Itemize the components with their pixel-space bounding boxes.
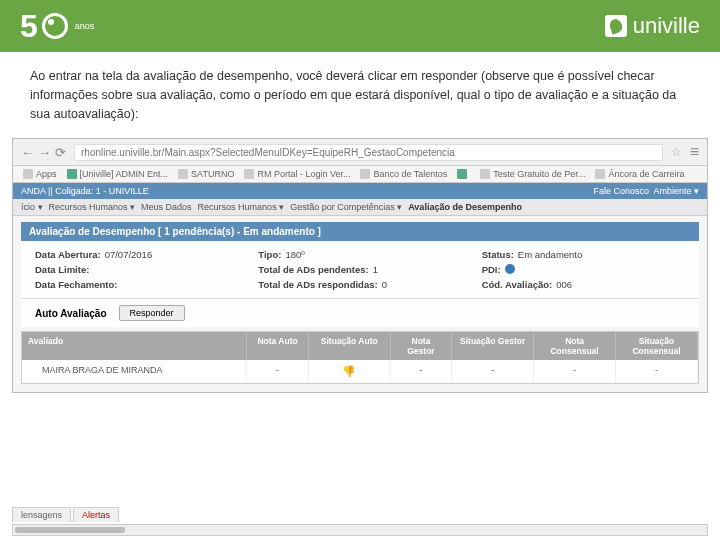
thumbs-down-icon: 👎 xyxy=(342,365,356,377)
back-icon[interactable]: ← xyxy=(21,145,34,160)
app-top-bar: ANDA || Coligada: 1 - UNIVILLE Fale Cono… xyxy=(13,183,707,199)
table-header: Avaliado Nota Auto Situação Auto Nota Ge… xyxy=(22,332,698,360)
info-grid: Data Abertura:07/07/2016 Tipo:180º Statu… xyxy=(21,241,699,298)
browser-screenshot: ← → ⟳ rhonline.univille.br/Main.aspx?Sel… xyxy=(12,138,708,393)
logo-50-anos: 5 anos xyxy=(20,8,94,45)
breadcrumb-item[interactable]: Recursos Humanos ▾ xyxy=(49,202,136,212)
forward-icon[interactable]: → xyxy=(38,145,51,160)
breadcrumb-active: Avaliação de Desempenho xyxy=(408,202,522,212)
section-title: Avaliação de Desempenho [ 1 pendência(s)… xyxy=(21,222,699,241)
tab-alertas[interactable]: Alertas xyxy=(73,507,119,522)
breadcrumb-item[interactable]: Meus Dados xyxy=(141,202,192,212)
menu-icon[interactable]: ≡ xyxy=(690,143,699,161)
evaluated-name: MAIRA BRAGA DE MIRANDA xyxy=(22,360,247,383)
univille-logo: univille xyxy=(605,13,700,39)
bookmark-item[interactable]: Teste Gratuito de Per... xyxy=(480,169,585,179)
horizontal-scrollbar[interactable]: ◂ xyxy=(12,524,708,536)
footer-tabs: lensagens Alertas xyxy=(12,507,119,522)
auto-avaliacao-row: Auto Avaliação Responder xyxy=(21,298,699,327)
bookmark-item[interactable] xyxy=(457,169,470,179)
breadcrumb-item[interactable]: Gestão por Competências ▾ xyxy=(290,202,402,212)
page-header: 5 anos univille xyxy=(0,0,720,52)
responder-button[interactable]: Responder xyxy=(119,305,185,321)
bookmark-item[interactable]: [Univille] ADMIN Ent... xyxy=(67,169,169,179)
breadcrumb-item[interactable]: ício ▾ xyxy=(21,202,43,212)
instruction-text: Ao entrar na tela da avaliação de desemp… xyxy=(0,52,720,133)
breadcrumb-item[interactable]: Recursos Humanos ▾ xyxy=(198,202,285,212)
bookmark-item[interactable]: Âncora de Carreira xyxy=(595,169,684,179)
url-bar[interactable]: rhonline.univille.br/Main.aspx?SelectedM… xyxy=(74,144,663,161)
bookmark-star-icon[interactable]: ☆ xyxy=(671,145,682,159)
bookmark-item[interactable]: Banco de Talentos xyxy=(360,169,447,179)
reload-icon[interactable]: ⟳ xyxy=(55,145,66,160)
bookmarks-bar: Apps [Univille] ADMIN Ent... SATURNO RM … xyxy=(13,166,707,183)
leaf-icon xyxy=(605,15,627,37)
breadcrumb: ício ▾ Recursos Humanos ▾ Meus Dados Rec… xyxy=(13,199,707,216)
table-row[interactable]: MAIRA BRAGA DE MIRANDA - 👎 - - - - xyxy=(22,360,698,383)
browser-toolbar: ← → ⟳ rhonline.univille.br/Main.aspx?Sel… xyxy=(13,139,707,166)
evaluation-table: Avaliado Nota Auto Situação Auto Nota Ge… xyxy=(21,331,699,384)
tab-mensagens[interactable]: lensagens xyxy=(12,507,71,522)
bookmark-item[interactable]: Apps xyxy=(23,169,57,179)
bookmark-item[interactable]: SATURNO xyxy=(178,169,234,179)
bookmark-item[interactable]: RM Portal - Login Ver... xyxy=(244,169,350,179)
pdi-icon[interactable] xyxy=(505,264,515,274)
auto-avaliacao-label: Auto Avaliação xyxy=(35,308,107,319)
